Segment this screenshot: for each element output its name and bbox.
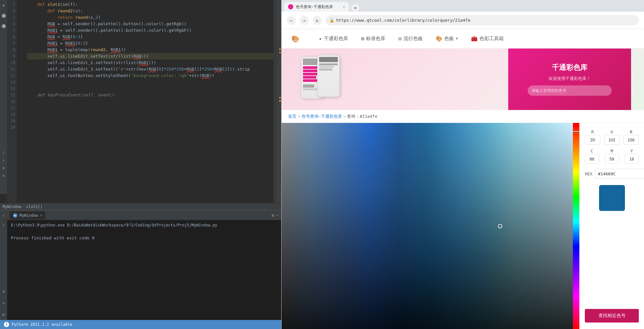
b-input[interactable] bbox=[623, 135, 639, 145]
tools-icon: 🧰 bbox=[471, 36, 478, 42]
c-input[interactable] bbox=[585, 154, 599, 164]
hue-red-top bbox=[573, 123, 579, 127]
tab-close-btn[interactable]: × bbox=[343, 5, 345, 9]
code-line-blank2 bbox=[27, 85, 277, 92]
terminal-output: Process finished with exit code 0 bbox=[11, 235, 277, 241]
pycharm-notification: i PyCharm 2021.1.2 available bbox=[0, 320, 281, 329]
breadcrumb-colorquery[interactable]: 色号查询-千通彩色库 bbox=[302, 114, 342, 119]
code-line-11: self.ui.lineEdit_3.setText(('#'+str(hex(… bbox=[27, 66, 277, 72]
pink-banner-subtitle: 欢迎使用千通彩色库！ bbox=[549, 76, 591, 82]
hue-thumb[interactable] bbox=[573, 131, 579, 132]
g-input[interactable] bbox=[604, 135, 620, 145]
breadcrumb-sep-2: > bbox=[343, 114, 346, 119]
b-label: B bbox=[630, 129, 632, 134]
code-breadcrumb: MyWindow › slot1() bbox=[0, 203, 281, 210]
logo-icon: 🎨 bbox=[291, 35, 299, 43]
phone-2 bbox=[317, 55, 340, 97]
spacer bbox=[585, 217, 639, 305]
y-input[interactable] bbox=[625, 154, 639, 164]
term-sidebar-icon-2[interactable]: ↓ bbox=[1, 222, 6, 227]
terminal-section: ↑ ↓ ≡ ✕ ⊟ ▶ MyWindow × ⚙ − bbox=[0, 210, 281, 320]
find-similar-button[interactable]: 查找相近色号 bbox=[585, 309, 639, 323]
p2-stripe-3 bbox=[319, 69, 332, 71]
nav-item-standard[interactable]: ⊞ 标准色库 bbox=[361, 36, 386, 42]
notification-icon: i bbox=[4, 322, 9, 327]
minimap bbox=[274, 0, 277, 203]
stripe-4 bbox=[303, 76, 316, 79]
r-input[interactable] bbox=[585, 135, 600, 145]
code-line-8: RGB1 = tuple(map(round2, RGB1)) bbox=[27, 47, 277, 53]
breadcrumb-home[interactable]: 首页 bbox=[288, 114, 296, 119]
nav-item-palette[interactable]: 🎨 色板 ▼ bbox=[436, 36, 458, 42]
sidebar-icon-x[interactable]: ✕ bbox=[1, 173, 6, 178]
hex-input[interactable] bbox=[595, 169, 644, 179]
hue-slider[interactable] bbox=[573, 123, 579, 329]
browser-nav-bar: ← → ↻ 🔒 https://www.qtcool.com/colorlibr… bbox=[282, 12, 644, 29]
c-label: C bbox=[591, 148, 593, 153]
term-sidebar-icon-4[interactable]: ✕ bbox=[1, 301, 6, 306]
pink-search-bar[interactable]: 请输入管理您的色号 bbox=[528, 85, 612, 96]
browser-tab[interactable]: 色号查询-千通彩色库 × bbox=[284, 2, 349, 12]
c-col: C bbox=[585, 148, 599, 164]
code-line-12: self.ui.toolButton.setStyleSheet("backgr… bbox=[27, 72, 277, 79]
address-text: https://www.qtcool.com/colorlibrary/colo… bbox=[336, 18, 470, 23]
nav-item-tools[interactable]: 🧰 色彩工具箱 bbox=[471, 36, 504, 42]
terminal-command: E:\Python3.9\python.exe D:/BaiduNetdiskW… bbox=[11, 222, 277, 228]
code-main: 1 2 3 4 5 6 7 8 9 10 11 12 13 14 15 16 1… bbox=[7, 0, 281, 203]
code-line-4: RGB = self.sender().palette().button().c… bbox=[27, 21, 277, 27]
sidebar-icon-2[interactable]: ⬤ bbox=[1, 13, 6, 18]
site-breadcrumb: 首页 > 色号查询-千通彩色库 > 查询：#21a4fe bbox=[282, 110, 644, 123]
hex-row: HEX bbox=[585, 169, 639, 179]
sidebar-icon-up[interactable]: ↑ bbox=[1, 150, 6, 155]
controls-panel: R G B C M bbox=[579, 123, 644, 329]
gradient-container bbox=[282, 123, 573, 329]
scrollbar[interactable] bbox=[277, 0, 281, 203]
stripe-text bbox=[303, 84, 314, 88]
sidebar-icon-1[interactable]: ◈ bbox=[1, 3, 6, 8]
terminal-minimize-icon[interactable]: − bbox=[276, 213, 279, 218]
r-col: R bbox=[585, 129, 600, 145]
terminal-run-command: E:\Python3.9\python.exe D:/BaiduNetdiskW… bbox=[11, 223, 217, 227]
terminal-tab[interactable]: ▶ MyWindow × bbox=[10, 211, 45, 219]
nav-item-qiantong[interactable]: ✦ 千通彩色库 bbox=[319, 36, 348, 42]
terminal-tab-close[interactable]: × bbox=[40, 213, 42, 217]
browser-tab-bar: 色号查询-千通彩色库 × + bbox=[282, 0, 644, 12]
ide-sidebar: ◈ ⬤ ⬤ ↑ ↓ ≡ ✕ bbox=[0, 0, 7, 194]
code-line-6: RGB = RGB[0:3] bbox=[27, 34, 277, 40]
ide-panel: ◈ ⬤ ⬤ ↑ ↓ ≡ ✕ 1 2 3 4 5 6 7 8 9 bbox=[0, 0, 281, 329]
color-gradient-overlay bbox=[282, 123, 573, 329]
sidebar-icon-list[interactable]: ≡ bbox=[1, 165, 6, 170]
nav-item-2-label: 标准色库 bbox=[366, 36, 385, 42]
stripe-2 bbox=[303, 70, 318, 72]
nav-item-popular[interactable]: ⊟ 流行色板 bbox=[398, 36, 423, 42]
sidebar-icon-down[interactable]: ↓ bbox=[1, 158, 6, 163]
stripe-5 bbox=[303, 79, 319, 82]
nav-item-4-label: 色板 bbox=[444, 36, 454, 42]
back-button[interactable]: ← bbox=[287, 16, 296, 25]
b-col: B bbox=[623, 129, 639, 145]
term-sidebar-icon-3[interactable]: ≡ bbox=[1, 289, 6, 294]
terminal-tab-label: MyWindow bbox=[19, 213, 38, 218]
address-bar[interactable]: 🔒 https://www.qtcool.com/colorlibrary/co… bbox=[326, 15, 639, 26]
terminal-empty bbox=[11, 228, 277, 235]
line-numbers: 1 2 3 4 5 6 7 8 9 10 11 12 13 14 15 16 1… bbox=[7, 0, 17, 203]
color-canvas-area[interactable] bbox=[282, 123, 573, 329]
terminal-main: ▶ MyWindow × ⚙ − E:\Python3.9\python.exe… bbox=[7, 210, 281, 320]
forward-button[interactable]: → bbox=[300, 16, 309, 25]
m-input[interactable] bbox=[605, 154, 619, 164]
term-sidebar-icon-5[interactable]: ⊟ bbox=[1, 312, 6, 317]
code-line-2: def round2(x): bbox=[27, 8, 277, 14]
color-gradient-base bbox=[282, 123, 573, 329]
terminal-gear-icon[interactable]: ⚙ bbox=[272, 213, 274, 218]
code-line-blank bbox=[27, 79, 277, 85]
refresh-button[interactable]: ↻ bbox=[313, 16, 322, 25]
terminal-output-text: Process finished with exit code 0 bbox=[11, 236, 94, 240]
color-indicator-dot[interactable] bbox=[498, 224, 502, 228]
terminal-tabs: ▶ MyWindow × ⚙ − bbox=[7, 210, 281, 220]
term-sidebar-icon-1[interactable]: ↑ bbox=[1, 213, 6, 218]
g-col: G bbox=[604, 129, 620, 145]
p2-stripe-2 bbox=[319, 66, 334, 68]
new-tab-btn[interactable]: + bbox=[351, 4, 359, 12]
y-col: Y bbox=[625, 148, 639, 164]
sidebar-icon-3[interactable]: ⬤ bbox=[1, 23, 6, 28]
